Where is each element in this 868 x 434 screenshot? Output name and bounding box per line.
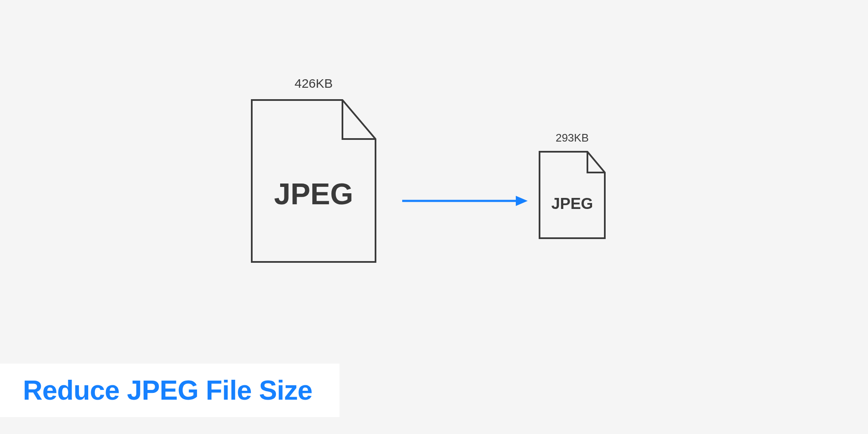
result-size-label: 293KB [556, 131, 589, 145]
title-box: Reduce JPEG File Size [0, 364, 339, 417]
result-file-group: 293KB JPEG [538, 131, 606, 239]
jpeg-file-large-icon: JPEG [250, 98, 377, 264]
page-title: Reduce JPEG File Size [23, 375, 312, 406]
arrow-right-icon [401, 192, 528, 209]
svg-marker-1 [516, 196, 528, 206]
source-file-group: 426KB JPEG [250, 76, 377, 264]
source-size-label: 426KB [295, 76, 333, 91]
result-file-format: JPEG [551, 195, 593, 212]
source-file-format: JPEG [274, 178, 353, 211]
diagram-canvas: 426KB JPEG 293KB JPEG Reduce JPEG File S… [0, 0, 868, 434]
jpeg-file-small-icon: JPEG [538, 150, 606, 239]
